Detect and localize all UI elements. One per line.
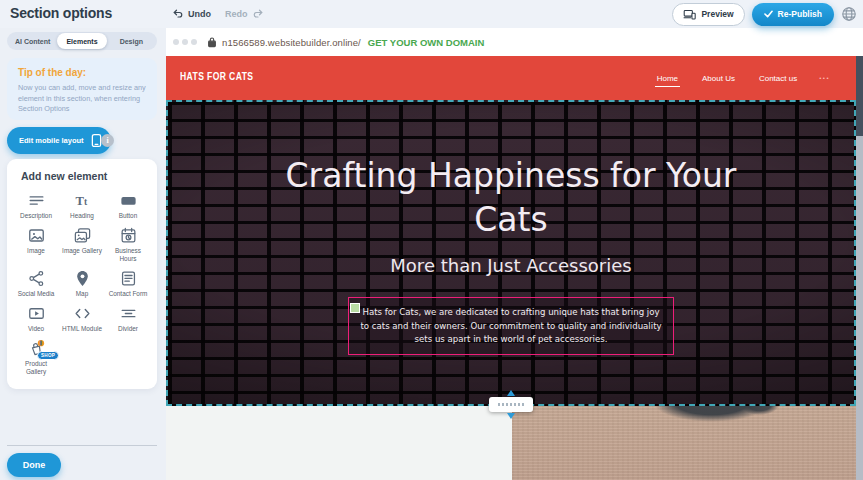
element-image-gallery[interactable]: Image Gallery bbox=[59, 226, 105, 263]
divider-icon bbox=[119, 304, 138, 323]
element-contact-form[interactable]: Contact Form bbox=[105, 269, 151, 298]
window-dot bbox=[191, 39, 197, 45]
svg-text:!: ! bbox=[40, 340, 42, 346]
topbar-actions: Preview Re-Publish bbox=[672, 0, 857, 28]
app-root: Section options Undo Redo bbox=[0, 0, 863, 480]
republish-button[interactable]: Re-Publish bbox=[752, 3, 834, 26]
element-divider[interactable]: Divider bbox=[105, 304, 151, 333]
undo-label: Undo bbox=[188, 9, 211, 19]
map-pin-icon bbox=[73, 269, 92, 288]
hero-subheading[interactable]: More than Just Accessories bbox=[168, 255, 854, 276]
language-globe-button[interactable] bbox=[841, 6, 857, 22]
section-tabs: AI Content Elements Design bbox=[7, 32, 157, 50]
arrow-up-icon bbox=[507, 390, 515, 396]
video-icon bbox=[27, 304, 46, 323]
tab-ai-content[interactable]: AI Content bbox=[8, 33, 57, 49]
site-logo[interactable]: HATS FOR CATS bbox=[180, 70, 253, 82]
site-nav: Home About Us Contact us ••• bbox=[655, 56, 830, 100]
element-image[interactable]: Image bbox=[13, 226, 59, 263]
image-icon bbox=[27, 226, 46, 245]
get-domain-link[interactable]: GET YOUR OWN DOMAIN bbox=[368, 37, 484, 48]
tip-title: Tip of the day: bbox=[18, 67, 146, 78]
hero-section[interactable]: Crafting Happiness for Your Cats More th… bbox=[166, 100, 856, 406]
tile-seam bbox=[743, 472, 856, 480]
sidebar-divider bbox=[7, 445, 157, 446]
heading-icon: T t bbox=[73, 191, 92, 210]
site-url: n1566589.websitebuilder.online/ bbox=[222, 37, 361, 48]
redo-icon bbox=[252, 8, 264, 20]
element-resize-handle[interactable] bbox=[350, 303, 360, 313]
html-module-icon bbox=[73, 304, 92, 323]
preview-scrollbar[interactable] bbox=[856, 56, 863, 480]
hero-paragraph-text: Hats for Cats, we are dedicated to craft… bbox=[360, 307, 661, 344]
undo-icon bbox=[172, 8, 184, 20]
edit-mobile-layout-button[interactable]: Edit mobile layout bbox=[7, 127, 111, 154]
scrollbar-thumb[interactable] bbox=[856, 56, 863, 136]
info-icon[interactable]: i bbox=[101, 134, 114, 147]
republish-label: Re-Publish bbox=[778, 9, 822, 19]
element-video[interactable]: Video bbox=[13, 304, 59, 333]
element-social-media[interactable]: Social Media bbox=[13, 269, 59, 298]
phone-icon bbox=[91, 133, 102, 148]
tab-elements[interactable]: Elements bbox=[57, 33, 106, 49]
window-dot bbox=[182, 39, 188, 45]
image-gallery-icon bbox=[73, 226, 92, 245]
add-element-panel: Add new element Description T t Heading bbox=[7, 159, 157, 389]
lock-icon bbox=[207, 36, 217, 48]
arrow-down-icon bbox=[507, 413, 515, 419]
element-heading[interactable]: T t Heading bbox=[59, 191, 105, 220]
description-icon bbox=[27, 191, 46, 210]
sidebar: AI Content Elements Design Tip of the da… bbox=[0, 28, 166, 480]
devices-icon bbox=[683, 9, 696, 20]
svg-text:T: T bbox=[75, 194, 84, 208]
business-hours-icon bbox=[119, 226, 138, 245]
element-html-module[interactable]: HTML Module bbox=[59, 304, 105, 333]
site-preview: HATS FOR CATS Home About Us Contact us •… bbox=[166, 56, 856, 480]
undo-button[interactable]: Undo bbox=[172, 8, 211, 20]
topbar: Section options Undo Redo bbox=[0, 0, 863, 28]
hero-heading[interactable]: Crafting Happiness for Your Cats bbox=[276, 154, 746, 242]
hero-paragraph[interactable]: Hats for Cats, we are dedicated to craft… bbox=[348, 297, 674, 355]
drag-grip-icon bbox=[498, 403, 524, 406]
check-icon bbox=[764, 10, 773, 18]
tip-of-the-day-card: Tip of the day: Now you can add, move an… bbox=[7, 58, 157, 120]
shop-badge: SHOP bbox=[37, 351, 59, 360]
element-map[interactable]: Map bbox=[59, 269, 105, 298]
section-height-handle[interactable] bbox=[489, 397, 533, 412]
element-button[interactable]: Button bbox=[105, 191, 151, 220]
contact-form-icon bbox=[119, 269, 138, 288]
tab-design[interactable]: Design bbox=[107, 33, 156, 49]
panel-title: Add new element bbox=[21, 170, 151, 182]
svg-text:t: t bbox=[84, 197, 88, 207]
done-button[interactable]: Done bbox=[7, 453, 61, 477]
site-header: HATS FOR CATS Home About Us Contact us •… bbox=[166, 56, 856, 100]
nav-contact-us[interactable]: Contact us bbox=[757, 70, 799, 87]
element-business-hours[interactable]: Business Hours bbox=[105, 226, 151, 263]
preview-label: Preview bbox=[701, 9, 733, 19]
tip-body: Now you can add, move and resize any ele… bbox=[18, 83, 146, 115]
element-product-gallery[interactable]: ! SHOP Product Gallery bbox=[13, 339, 59, 376]
edit-mobile-label: Edit mobile layout bbox=[19, 136, 84, 145]
carpet-cat-image bbox=[512, 406, 856, 480]
element-grid: Description T t Heading Button bbox=[13, 191, 151, 376]
redo-label: Redo bbox=[225, 9, 248, 19]
nav-about-us[interactable]: About Us bbox=[700, 70, 737, 87]
social-media-icon bbox=[27, 269, 46, 288]
window-dot bbox=[173, 39, 179, 45]
page-title: Section options bbox=[10, 5, 112, 21]
redo-button[interactable]: Redo bbox=[225, 8, 264, 20]
preview-button[interactable]: Preview bbox=[672, 3, 744, 26]
element-description[interactable]: Description bbox=[13, 191, 59, 220]
nav-more-menu[interactable]: ••• bbox=[819, 75, 830, 81]
history-controls: Undo Redo bbox=[172, 0, 264, 28]
browser-chrome: n1566589.websitebuilder.online/ GET YOUR… bbox=[166, 28, 863, 56]
nav-home[interactable]: Home bbox=[655, 70, 680, 87]
button-icon bbox=[119, 191, 138, 210]
